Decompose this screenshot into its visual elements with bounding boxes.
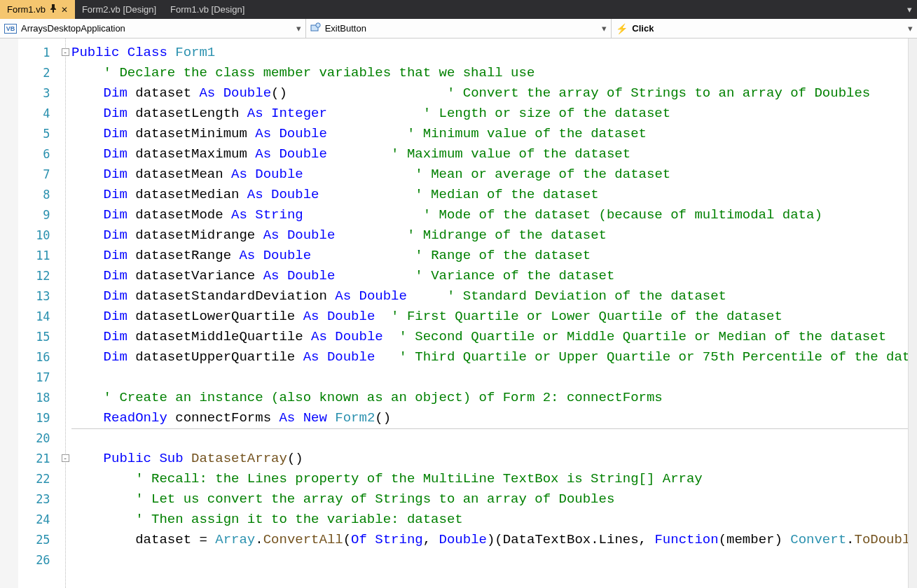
- chevron-down-icon: ▾: [904, 23, 913, 34]
- line-number: 1: [18, 43, 60, 63]
- overview-ruler[interactable]: [908, 38, 917, 588]
- line-number: 22: [18, 469, 60, 489]
- lightning-icon: ⚡: [616, 23, 628, 34]
- event-label: Click: [632, 23, 654, 34]
- object-icon: [310, 22, 321, 35]
- code-line[interactable]: dataset = Array.ConvertAll(Of String, Do…: [71, 530, 908, 550]
- code-line[interactable]: [71, 368, 908, 388]
- pin-icon[interactable]: [50, 4, 57, 15]
- indicator-margin: [0, 38, 18, 588]
- tabstrip-spacer: [251, 0, 902, 19]
- line-number: 21: [18, 449, 60, 469]
- code-line[interactable]: Dim datasetMean As Double ' Mean or aver…: [71, 164, 908, 185]
- event-dropdown[interactable]: ⚡ Click ▾: [612, 19, 917, 38]
- svg-point-1: [315, 22, 319, 27]
- code-line[interactable]: Dim datasetStandardDeviation As Double '…: [71, 286, 908, 307]
- line-number: 10: [18, 225, 60, 246]
- tab-form1-design[interactable]: Form1.vb [Design]: [163, 0, 251, 19]
- line-number: 14: [18, 307, 60, 327]
- outline-guideline: [65, 38, 66, 588]
- line-number: 3: [18, 83, 60, 104]
- tab-label: Form2.vb [Design]: [82, 4, 156, 15]
- line-number: 25: [18, 530, 60, 550]
- code-line[interactable]: ReadOnly connectForms As New Form2(): [71, 408, 908, 428]
- code-line[interactable]: Dim datasetUpperQuartile As Double ' Thi…: [71, 347, 908, 368]
- code-line[interactable]: Dim datasetRange As Double ' Range of th…: [71, 246, 908, 266]
- line-number: 5: [18, 124, 60, 144]
- line-number-gutter: 1234567891011121314151617181920212223242…: [18, 38, 60, 588]
- code-line[interactable]: [71, 428, 908, 449]
- fold-toggle[interactable]: -: [62, 454, 69, 462]
- close-icon[interactable]: ✕: [61, 5, 68, 15]
- line-number: 8: [18, 185, 60, 205]
- code-line[interactable]: Dim datasetMiddleQuartile As Double ' Se…: [71, 327, 908, 347]
- line-number: 15: [18, 327, 60, 347]
- line-number: 2: [18, 63, 60, 83]
- tab-form1-vb[interactable]: Form1.vb ✕: [0, 0, 75, 19]
- member-label: ExitButton: [325, 23, 366, 34]
- fold-toggle[interactable]: -: [62, 48, 69, 56]
- line-number: 12: [18, 266, 60, 286]
- code-line[interactable]: Dim datasetLength As Integer ' Length or…: [71, 104, 908, 124]
- line-number: 11: [18, 246, 60, 266]
- code-line[interactable]: Dim datasetMode As String ' Mode of the …: [71, 205, 908, 225]
- code-line[interactable]: Dim datasetMaximum As Double ' Maximum v…: [71, 144, 908, 164]
- line-number: 17: [18, 368, 60, 388]
- code-line[interactable]: Dim datasetMinimum As Double ' Minimum v…: [71, 124, 908, 144]
- code-line[interactable]: [71, 550, 908, 570]
- tab-label: Form1.vb [Design]: [170, 4, 244, 15]
- line-number: 7: [18, 164, 60, 185]
- code-line[interactable]: ' Create an instance (also known as an o…: [71, 388, 908, 408]
- code-line[interactable]: Dim datasetVariance As Double ' Variance…: [71, 266, 908, 286]
- code-editor[interactable]: 1234567891011121314151617181920212223242…: [0, 38, 917, 588]
- scope-dropdown[interactable]: VB ArraysDesktopApplication ▾: [0, 19, 306, 38]
- document-tabstrip: Form1.vb ✕ Form2.vb [Design] Form1.vb [D…: [0, 0, 917, 19]
- code-line[interactable]: Dim datasetLowerQuartile As Double ' Fir…: [71, 307, 908, 327]
- code-line[interactable]: ' Then assign it to the variable: datase…: [71, 510, 908, 530]
- tab-form2-design[interactable]: Form2.vb [Design]: [75, 0, 163, 19]
- line-number: 18: [18, 388, 60, 408]
- code-line[interactable]: Dim datasetMidrange As Double ' Midrange…: [71, 225, 908, 246]
- chevron-down-icon: ▾: [292, 23, 301, 34]
- code-line[interactable]: ' Let us convert the array of Strings to…: [71, 489, 908, 510]
- code-line[interactable]: ' Recall: the Lines property of the Mult…: [71, 469, 908, 489]
- line-number: 26: [18, 550, 60, 570]
- member-dropdown[interactable]: ExitButton ▾: [306, 19, 612, 38]
- outlining-margin: --: [60, 38, 71, 588]
- line-number: 4: [18, 104, 60, 124]
- region-separator: [71, 428, 908, 429]
- line-number: 19: [18, 408, 60, 428]
- scope-label: ArraysDesktopApplication: [21, 23, 125, 34]
- code-navigation-bar: VB ArraysDesktopApplication ▾ ExitButton…: [0, 19, 917, 38]
- active-files-dropdown[interactable]: ▾: [902, 0, 917, 19]
- code-line[interactable]: Public Sub DatasetArray(): [71, 449, 908, 469]
- code-line[interactable]: Dim dataset As Double() ' Convert the ar…: [71, 83, 908, 104]
- code-line[interactable]: ' Declare the class member variables tha…: [71, 63, 908, 83]
- chevron-down-icon: ▾: [598, 23, 607, 34]
- line-number: 9: [18, 205, 60, 225]
- line-number: 16: [18, 347, 60, 368]
- vb-project-icon: VB: [4, 24, 17, 34]
- code-line[interactable]: Dim datasetMedian As Double ' Median of …: [71, 185, 908, 205]
- tab-label: Form1.vb: [7, 4, 46, 15]
- line-number: 13: [18, 286, 60, 307]
- code-line[interactable]: Public Class Form1: [71, 43, 908, 63]
- line-number: 23: [18, 489, 60, 510]
- line-number: 20: [18, 428, 60, 449]
- line-number: 24: [18, 510, 60, 530]
- line-number: 6: [18, 144, 60, 164]
- code-area[interactable]: Public Class Form1 ' Declare the class m…: [71, 38, 908, 588]
